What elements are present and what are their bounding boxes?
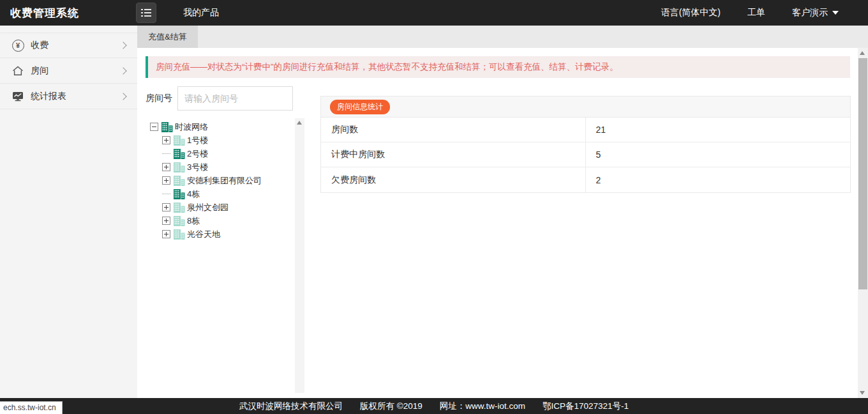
sidebar-item-label: 房间 (31, 65, 49, 77)
building-tree: 时波网络 1号楼 2号楼 3号楼 (150, 120, 306, 241)
tree-node-label[interactable]: 时波网络 (175, 121, 208, 133)
tree-connector-line (162, 189, 170, 194)
room-number-input[interactable] (177, 86, 293, 111)
building-icon (160, 122, 173, 132)
footer-icp: 鄂ICP备17027321号-1 (542, 401, 629, 412)
topbar-right: 语言(简体中文) 工单 客户演示 (661, 7, 868, 19)
tab-bar: 充值&结算 (137, 26, 868, 48)
tree-node[interactable]: 泉州文创园 (162, 201, 306, 214)
building-icon (172, 135, 185, 146)
stat-value: 21 (586, 118, 851, 142)
sidebar-item-reports[interactable]: 统计报表 (0, 84, 137, 109)
tree-node-label[interactable]: 2号楼 (187, 148, 208, 160)
room-search-panel: 房间号 时波网络 1号楼 (146, 86, 306, 241)
tree-node[interactable]: 2号楼 (162, 147, 306, 160)
tree-node[interactable]: 8栋 (162, 214, 306, 227)
info-alert: 房间充值——对状态为“计费中”的房间进行充值和结算，其他状态暂不支持充值和结算；… (146, 56, 850, 78)
building-icon (172, 176, 185, 186)
building-icon (172, 229, 185, 240)
scroll-up-icon[interactable] (860, 51, 865, 55)
sidebar-item-label: 统计报表 (31, 91, 66, 102)
stat-value: 5 (586, 142, 851, 167)
stats-badge: 房间信息统计 (330, 100, 390, 114)
tree-expand-icon[interactable] (162, 203, 170, 211)
status-url-tooltip: ech.ss.tw-iot.cn (0, 401, 63, 414)
tab-recharge-settlement[interactable]: 充值&结算 (137, 26, 198, 48)
sidebar: ¥ 收费 房间 统计报表 (0, 26, 137, 398)
stat-label: 欠费房间数 (321, 167, 586, 192)
tree-connector-line (162, 149, 170, 154)
stat-value: 2 (586, 167, 851, 192)
my-products-menu[interactable]: 我的产品 (183, 7, 219, 19)
tree-node-label[interactable]: 3号楼 (187, 162, 208, 173)
chevron-down-icon (832, 11, 839, 15)
tree-collapse-icon[interactable] (150, 123, 158, 131)
work-order-menu[interactable]: 工单 (747, 7, 765, 19)
report-board-icon (10, 91, 26, 102)
sidebar-toggle-button[interactable] (136, 3, 156, 23)
user-menu[interactable]: 客户演示 (792, 7, 839, 19)
sidebar-item-rooms[interactable]: 房间 (0, 58, 137, 84)
home-icon (10, 65, 26, 77)
yen-circle-icon: ¥ (10, 40, 26, 52)
building-icon (172, 189, 185, 199)
language-menu[interactable]: 语言(简体中文) (661, 7, 721, 19)
tree-expand-icon[interactable] (162, 176, 170, 185)
building-icon (172, 203, 185, 213)
main-area: 充值&结算 房间充值——对状态为“计费中”的房间进行充值和结算，其他状态暂不支持… (137, 26, 868, 398)
tree-node[interactable]: 4栋 (162, 187, 306, 201)
tree-node-label[interactable]: 安德利集团有限公司 (187, 175, 262, 187)
table-row: 计费中房间数 5 (321, 142, 850, 167)
room-number-label: 房间号 (146, 93, 172, 104)
main-scrollbar[interactable] (858, 48, 868, 398)
room-number-row: 房间号 (146, 86, 306, 111)
tree-node[interactable]: 3号楼 (162, 160, 306, 174)
footer-website-link[interactable]: 网址：www.tw-iot.com (440, 401, 525, 412)
tree-node-label[interactable]: 1号楼 (187, 135, 208, 146)
tree-expand-icon[interactable] (162, 217, 170, 225)
tree-node-label[interactable]: 8栋 (187, 215, 200, 227)
scroll-down-icon[interactable] (860, 391, 865, 395)
scroll-up-icon[interactable] (297, 121, 302, 125)
footer: 武汉时波网络技术有限公司 版权所有 ©2019 网址：www.tw-iot.co… (0, 398, 868, 414)
topbar: 收费管理系统 我的产品 语言(简体中文) 工单 客户演示 (0, 0, 868, 26)
user-menu-label: 客户演示 (792, 7, 828, 19)
tree-node-label[interactable]: 泉州文创园 (187, 202, 228, 213)
tree-node[interactable]: 安德利集团有限公司 (162, 174, 306, 187)
sidebar-item-label: 收费 (31, 40, 49, 51)
tree-node[interactable]: 光谷天地 (162, 227, 306, 241)
app-title: 收费管理系统 (10, 6, 79, 20)
tree-node[interactable]: 1号楼 (162, 134, 306, 147)
tree-scrollbar[interactable] (295, 118, 304, 393)
stat-label: 计费中房间数 (321, 142, 586, 167)
table-row: 房间数 21 (321, 118, 850, 142)
tree-node-label[interactable]: 光谷天地 (187, 229, 220, 240)
building-icon (172, 149, 185, 159)
tree-node[interactable]: 时波网络 (150, 120, 306, 134)
stats-panel-header: 房间信息统计 (321, 96, 850, 118)
footer-company: 武汉时波网络技术有限公司 (239, 401, 343, 412)
sidebar-item-charging[interactable]: ¥ 收费 (0, 33, 137, 58)
chevron-right-icon (119, 67, 126, 74)
content-area: 房间充值——对状态为“计费中”的房间进行充值和结算，其他状态暂不支持充值和结算；… (137, 48, 868, 398)
building-icon (172, 162, 185, 172)
stat-label: 房间数 (321, 118, 586, 142)
table-row: 欠费房间数 2 (321, 167, 850, 192)
tree-expand-icon[interactable] (162, 136, 170, 144)
tree-expand-icon[interactable] (162, 163, 170, 171)
tree-node-label[interactable]: 4栋 (187, 188, 200, 200)
room-stats-panel: 房间信息统计 房间数 21 计费中房间数 5 欠费房间数 2 (320, 96, 851, 193)
footer-copyright: 版权所有 ©2019 (360, 401, 423, 412)
list-icon (141, 8, 151, 17)
scrollbar-thumb[interactable] (858, 58, 867, 289)
building-icon (172, 216, 185, 226)
tree-expand-icon[interactable] (162, 230, 170, 238)
chevron-right-icon (119, 93, 126, 100)
chevron-right-icon (119, 42, 126, 49)
